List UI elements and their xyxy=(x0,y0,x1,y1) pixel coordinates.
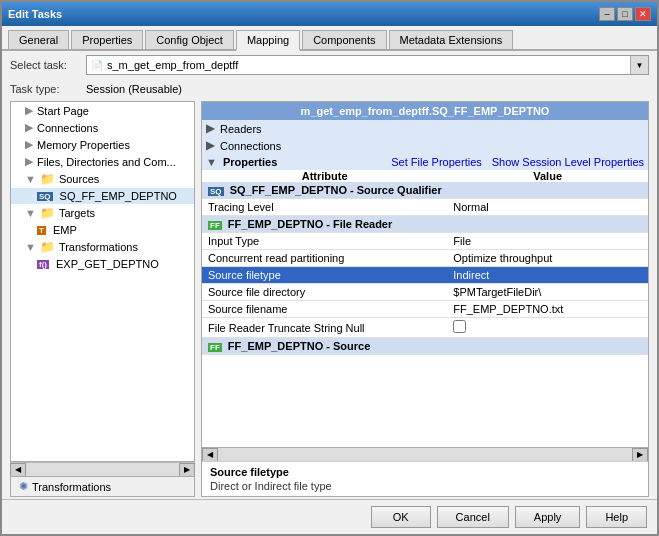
table-row-ff-header[interactable]: FF FF_EMP_DEPTNO - File Reader xyxy=(202,216,648,233)
trans-folder-icon: 📁 xyxy=(40,240,55,254)
tracing-attr: Tracing Level xyxy=(202,199,447,216)
connections-bullet: ▶ xyxy=(206,139,214,152)
col-attribute: Attribute xyxy=(202,170,447,182)
rp-section-readers[interactable]: ▶ Readers xyxy=(202,120,648,137)
trans-btn-icon: ✺ xyxy=(19,480,28,493)
left-item-sq-ff-emp-deptno[interactable]: SQ SQ_FF_EMP_DEPTNO xyxy=(11,188,194,204)
left-item-transformations[interactable]: ▼ 📁 Transformations xyxy=(11,238,194,256)
right-panel: m_get_emp_from_deptff.SQ_FF_EMP_DEPTNO ▶… xyxy=(201,101,649,497)
task-type-row: Task type: Session (Reusable) xyxy=(2,79,657,99)
select-task-label: Select task: xyxy=(10,59,80,71)
source-filename-attr: Source filename xyxy=(202,301,447,318)
scroll-h-right[interactable]: ▶ xyxy=(632,448,648,462)
apply-button[interactable]: Apply xyxy=(515,506,581,528)
truncate-attr: File Reader Truncate String Null xyxy=(202,318,447,338)
concurrent-val: Optimize throughput xyxy=(447,250,648,267)
scroll-right-btn[interactable]: ▶ xyxy=(179,463,195,477)
sources-expand-icon: ▼ xyxy=(25,173,36,185)
tabs-row: General Properties Config Object Mapping… xyxy=(2,26,657,51)
trans-btn-label: Transformations xyxy=(32,481,111,493)
left-panel-container: ▶ Start Page ▶ Connections ▶ Memory Prop… xyxy=(10,101,195,497)
left-item-start-page[interactable]: ▶ Start Page xyxy=(11,102,194,119)
col-value: Value xyxy=(447,170,648,182)
bottom-buttons: OK Cancel Apply Help xyxy=(2,499,657,534)
table-row-truncate[interactable]: File Reader Truncate String Null xyxy=(202,318,648,338)
rp-scrollbar-h[interactable]: ◀ ▶ xyxy=(202,447,648,461)
source-filetype-attr: Source filetype xyxy=(202,267,447,284)
table-row-tracing[interactable]: Tracing Level Normal xyxy=(202,199,648,216)
left-panel: ▶ Start Page ▶ Connections ▶ Memory Prop… xyxy=(10,101,195,462)
rp-table-wrap[interactable]: Attribute Value SQ SQ_FF_EMP_DEPTNO - So… xyxy=(202,170,648,447)
edit-tasks-window: Edit Tasks – □ ✕ General Properties Conf… xyxy=(0,0,659,536)
tab-general[interactable]: General xyxy=(8,30,69,49)
props-bullet: ▼ xyxy=(206,156,217,168)
tab-mapping[interactable]: Mapping xyxy=(236,30,300,51)
tab-config-object[interactable]: Config Object xyxy=(145,30,234,49)
table-row-input-type[interactable]: Input Type File xyxy=(202,233,648,250)
help-button[interactable]: Help xyxy=(586,506,647,528)
select-task-input[interactable] xyxy=(103,59,630,71)
table-row-source-filename[interactable]: Source filename FF_EMP_DEPTNO.txt xyxy=(202,301,648,318)
set-file-properties-link[interactable]: Set File Properties xyxy=(391,156,481,168)
table-row-source-dir[interactable]: Source file directory $PMTargetFileDir\ xyxy=(202,284,648,301)
props-links: Set File Properties Show Session Level P… xyxy=(391,156,644,168)
minimize-button[interactable]: – xyxy=(599,7,615,21)
targets-expand-icon: ▼ xyxy=(25,207,36,219)
left-item-exp-get-deptno[interactable]: f() EXP_GET_DEPTNO xyxy=(11,256,194,272)
truncate-checkbox[interactable] xyxy=(453,320,466,333)
select-task-input-wrap: 📄 ▼ xyxy=(86,55,649,75)
select-task-dropdown[interactable]: ▼ xyxy=(630,56,648,74)
connections-label: Connections xyxy=(220,140,281,152)
targets-folder-icon: 📁 xyxy=(40,206,55,220)
connections-icon: ▶ xyxy=(25,121,33,134)
left-item-sources[interactable]: ▼ 📁 Sources xyxy=(11,170,194,188)
main-content: ▶ Start Page ▶ Connections ▶ Memory Prop… xyxy=(2,99,657,499)
table-row-source-header[interactable]: FF FF_EMP_DEPTNO - Source xyxy=(202,338,648,355)
source-dir-attr: Source file directory xyxy=(202,284,447,301)
transformations-button[interactable]: ✺ Transformations xyxy=(10,476,195,497)
ok-button[interactable]: OK xyxy=(371,506,431,528)
page-icon: ▶ xyxy=(25,104,33,117)
rp-section-connections[interactable]: ▶ Connections xyxy=(202,137,648,154)
close-button[interactable]: ✕ xyxy=(635,7,651,21)
source-filename-val: FF_EMP_DEPTNO.txt xyxy=(447,301,648,318)
table-row-concurrent[interactable]: Concurrent read partitioning Optimize th… xyxy=(202,250,648,267)
tab-components[interactable]: Components xyxy=(302,30,386,49)
select-task-row: Select task: 📄 ▼ xyxy=(2,51,657,79)
left-scroll-track[interactable] xyxy=(26,463,179,477)
bottom-info: Source filetype Direct or Indirect file … xyxy=(202,461,648,496)
table-row-sq-header[interactable]: SQ SQ_FF_EMP_DEPTNO - Source Qualifier xyxy=(202,182,648,199)
sq-header-icon: SQ xyxy=(208,187,224,196)
readers-label: Readers xyxy=(220,123,262,135)
maximize-button[interactable]: □ xyxy=(617,7,633,21)
input-type-val: File xyxy=(447,233,648,250)
left-scroll-area: ◀ ▶ xyxy=(10,462,195,476)
left-item-files-dirs[interactable]: ▶ Files, Directories and Com... xyxy=(11,153,194,170)
left-item-targets[interactable]: ▼ 📁 Targets xyxy=(11,204,194,222)
left-item-emp[interactable]: T EMP xyxy=(11,222,194,238)
source-dir-val: $PMTargetFileDir\ xyxy=(447,284,648,301)
memory-icon: ▶ xyxy=(25,138,33,151)
scroll-h-left[interactable]: ◀ xyxy=(202,448,218,462)
left-item-connections[interactable]: ▶ Connections xyxy=(11,119,194,136)
sources-folder-icon: 📁 xyxy=(40,172,55,186)
table-row-source-filetype[interactable]: Source filetype Indirect xyxy=(202,267,648,284)
left-item-memory-properties[interactable]: ▶ Memory Properties xyxy=(11,136,194,153)
files-icon: ▶ xyxy=(25,155,33,168)
cancel-button[interactable]: Cancel xyxy=(437,506,509,528)
task-type-value: Session (Reusable) xyxy=(86,83,182,95)
concurrent-attr: Concurrent read partitioning xyxy=(202,250,447,267)
emp-badge: T xyxy=(37,226,46,235)
source-header-icon: FF xyxy=(208,343,222,352)
input-type-attr: Input Type xyxy=(202,233,447,250)
tab-metadata-extensions[interactable]: Metadata Extensions xyxy=(389,30,514,49)
tracing-val: Normal xyxy=(447,199,648,216)
show-session-level-link[interactable]: Show Session Level Properties xyxy=(492,156,644,168)
bottom-info-desc: Direct or Indirect file type xyxy=(210,480,640,492)
scroll-left-btn[interactable]: ◀ xyxy=(10,463,26,477)
window-controls: – □ ✕ xyxy=(599,7,651,21)
tab-properties[interactable]: Properties xyxy=(71,30,143,49)
props-label: Properties xyxy=(223,156,277,168)
rp-section-properties[interactable]: ▼ Properties Set File Properties Show Se… xyxy=(202,154,648,170)
attr-table: Attribute Value SQ SQ_FF_EMP_DEPTNO - So… xyxy=(202,170,648,355)
